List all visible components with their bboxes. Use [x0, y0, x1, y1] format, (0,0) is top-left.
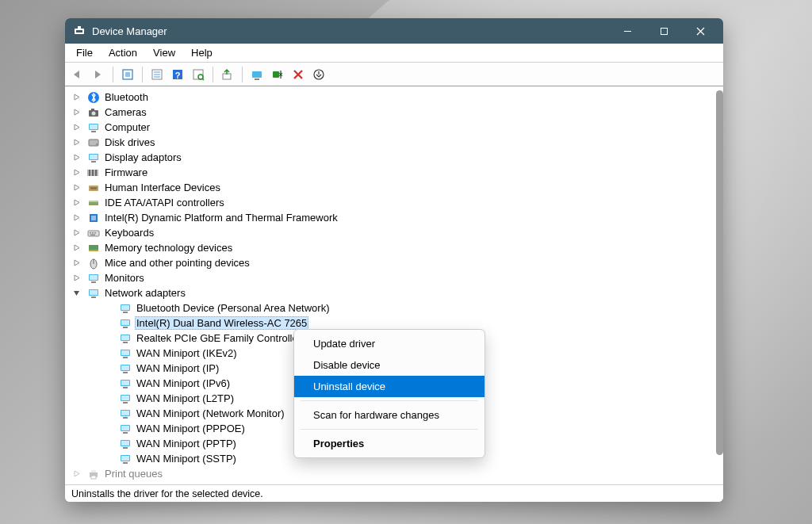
help-button[interactable]: ?: [168, 65, 187, 84]
toolbar-separator: [113, 67, 113, 82]
expand-icon[interactable]: [73, 214, 82, 221]
menu-file[interactable]: File: [70, 45, 99, 60]
svg-point-31: [96, 143, 98, 145]
mouse-icon: [87, 257, 100, 270]
disable-device-button[interactable]: [268, 65, 287, 84]
tree-category-label: Display adaptors: [103, 151, 183, 163]
update-driver-button[interactable]: [218, 65, 237, 84]
expand-icon[interactable]: [73, 109, 82, 116]
scan-hardware-button[interactable]: [309, 65, 328, 84]
minimize-button[interactable]: [609, 18, 645, 44]
tree-category[interactable]: Mice and other pointing devices: [65, 255, 715, 270]
app-icon: [73, 25, 86, 37]
tree-category[interactable]: Bluetooth: [65, 90, 715, 105]
tree-category[interactable]: Print queues: [65, 466, 715, 481]
enable-device-button[interactable]: [247, 65, 266, 84]
ctx-properties[interactable]: Properties: [294, 433, 485, 454]
forward-button[interactable]: [89, 65, 108, 84]
keyboard-icon: [87, 227, 100, 239]
svg-rect-80: [123, 402, 128, 404]
scan-button[interactable]: [189, 65, 208, 84]
toolbar-separator: [213, 67, 213, 82]
tree-category[interactable]: Cameras: [65, 105, 715, 120]
ctx-disable-device[interactable]: Disable device: [294, 354, 485, 376]
svg-rect-1: [76, 30, 82, 33]
svg-rect-79: [121, 396, 129, 400]
network-adapter-icon: [119, 317, 132, 330]
titlebar[interactable]: Device Manager: [65, 18, 723, 44]
tree-category-label: Human Interface Devices: [103, 182, 222, 193]
tree-category[interactable]: Network adapters: [65, 285, 715, 300]
hid-icon: [87, 182, 100, 194]
expand-icon[interactable]: [73, 199, 82, 206]
svg-rect-4: [661, 28, 667, 34]
svg-text:?: ?: [175, 71, 181, 80]
svg-rect-42: [89, 201, 98, 202]
svg-point-25: [92, 111, 96, 115]
expand-icon[interactable]: [73, 244, 82, 251]
tree-category-label: Bluetooth: [103, 91, 150, 103]
tree-category[interactable]: Intel(R) Dynamic Platform and Thermal Fr…: [65, 210, 715, 225]
svg-rect-82: [121, 411, 129, 415]
ctx-separator: [301, 400, 478, 401]
expand-icon[interactable]: [73, 470, 82, 477]
tree-device[interactable]: Bluetooth Device (Personal Area Network): [65, 300, 715, 316]
svg-rect-67: [121, 335, 129, 340]
show-hidden-button[interactable]: [118, 65, 137, 84]
svg-rect-36: [89, 170, 90, 176]
svg-rect-2: [78, 26, 81, 29]
tree-category[interactable]: Memory technology devices: [65, 240, 715, 255]
tree-category[interactable]: Disk drives: [65, 135, 715, 150]
svg-rect-19: [252, 71, 262, 78]
svg-rect-68: [123, 342, 128, 343]
tree-category-label: Network adapters: [103, 287, 187, 299]
tree-category[interactable]: Firmware: [65, 165, 715, 180]
toolbar-separator: [242, 67, 243, 82]
network-adapter-icon: [119, 302, 132, 315]
tree-category[interactable]: Monitors: [65, 270, 715, 285]
tree-category-label: Firmware: [103, 166, 149, 178]
tree-device-label: Intel(R) Dual Band Wireless-AC 7265: [135, 316, 308, 330]
menu-view[interactable]: View: [147, 45, 182, 60]
ctx-update-driver[interactable]: Update driver: [294, 333, 485, 354]
printer-icon: [87, 468, 100, 480]
svg-rect-85: [121, 426, 129, 430]
tree-category[interactable]: Computer: [65, 120, 715, 135]
svg-rect-46: [90, 232, 91, 234]
svg-rect-34: [91, 161, 96, 163]
expand-icon[interactable]: [73, 139, 82, 146]
tree-category[interactable]: IDE ATA/ATAPI controllers: [65, 195, 715, 210]
tree-category[interactable]: Human Interface Devices: [65, 180, 715, 195]
svg-rect-89: [123, 447, 128, 449]
expand-icon[interactable]: [73, 229, 82, 236]
disk-icon: [87, 136, 100, 149]
expand-icon[interactable]: [73, 259, 82, 266]
expand-icon[interactable]: [73, 274, 82, 281]
svg-rect-48: [94, 232, 96, 234]
expand-icon[interactable]: [73, 154, 82, 161]
expand-icon[interactable]: [73, 124, 82, 131]
maximize-button[interactable]: [645, 18, 682, 44]
tree-category[interactable]: Keyboards: [65, 225, 715, 240]
tree-category[interactable]: Display adaptors: [65, 150, 715, 165]
expand-icon[interactable]: [73, 169, 82, 176]
expand-icon[interactable]: [73, 94, 82, 101]
collapse-icon[interactable]: [73, 289, 82, 296]
expand-icon[interactable]: [73, 184, 82, 191]
uninstall-device-button[interactable]: [289, 65, 308, 84]
close-button[interactable]: [682, 18, 718, 44]
toolbar: ?: [65, 63, 723, 86]
camera-icon: [87, 106, 100, 119]
network-adapter-icon: [119, 423, 132, 435]
network-adapter-icon: [119, 377, 132, 390]
ctx-scan-hardware[interactable]: Scan for hardware changes: [294, 404, 485, 426]
svg-rect-56: [91, 281, 96, 283]
vertical-scrollbar[interactable]: [716, 90, 723, 455]
menu-action[interactable]: Action: [102, 45, 144, 60]
svg-rect-83: [123, 417, 128, 419]
back-button[interactable]: [68, 65, 87, 84]
menu-help[interactable]: Help: [185, 45, 219, 60]
properties-button[interactable]: [147, 65, 167, 84]
ctx-uninstall-device[interactable]: Uninstall device: [294, 376, 485, 397]
tree-category-label: Memory technology devices: [103, 242, 234, 254]
